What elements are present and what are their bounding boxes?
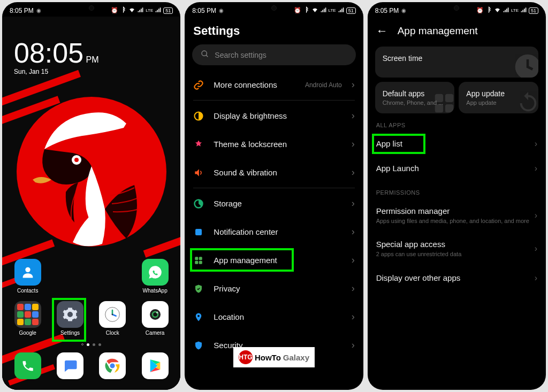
status-icons: ⏰ LTE 51 — [111, 6, 173, 14]
security-icon — [193, 340, 204, 351]
wifi-icon — [494, 6, 501, 14]
battery-indicator: 51 — [346, 7, 356, 14]
watermark-logo: HTG HowToGalaxy — [233, 347, 315, 367]
chevron-right-icon: › — [352, 167, 355, 178]
logo-badge: HTG — [239, 350, 253, 364]
item-storage[interactable]: Storage › — [185, 189, 363, 218]
card-screen-time[interactable]: Screen time — [375, 47, 538, 78]
camera-notch — [271, 5, 277, 11]
svg-point-23 — [197, 314, 200, 317]
chevron-right-icon: › — [352, 340, 355, 351]
chevron-right-icon: › — [535, 244, 537, 253]
item-more-connections[interactable]: More connections Android Auto › — [185, 71, 363, 99]
chevron-right-icon: › — [535, 273, 537, 283]
apps-bg-icon — [432, 91, 454, 113]
phone-icon — [14, 352, 41, 379]
theme-icon — [193, 139, 204, 150]
svg-point-2 — [25, 267, 30, 272]
svg-rect-19 — [195, 257, 199, 260]
svg-rect-28 — [445, 104, 453, 112]
svg-point-14 — [202, 51, 207, 56]
clock-date: Sun, Jan 15 — [14, 68, 99, 75]
clock-ampm: PM — [86, 55, 99, 64]
status-time: 8:05 PM — [192, 7, 216, 14]
search-placeholder: Search settings — [215, 51, 267, 59]
section-all-apps: ALL APPS — [368, 113, 546, 132]
item-special-access[interactable]: Special app access 2 apps can use unrest… — [368, 232, 546, 265]
search-input[interactable]: Search settings — [192, 44, 355, 65]
back-button[interactable]: ← — [376, 24, 388, 38]
status-time: 8:05 PM — [10, 7, 34, 14]
play-store-icon — [142, 352, 169, 379]
item-privacy[interactable]: Privacy › — [185, 274, 363, 303]
item-app-list[interactable]: App list › — [368, 132, 546, 156]
item-app-launch[interactable]: App Launch › — [368, 156, 546, 181]
wifi-icon — [128, 6, 135, 14]
clock-widget[interactable]: 08:05 PM Sun, Jan 15 — [14, 39, 99, 75]
item-sound[interactable]: Sound & vibration › — [185, 158, 363, 187]
camera-icon — [142, 301, 169, 328]
app-whatsapp[interactable]: WhatsApp — [136, 259, 174, 294]
battery-indicator: 51 — [529, 7, 538, 14]
wifi-icon — [311, 6, 318, 14]
svg-rect-21 — [195, 260, 199, 264]
alarm-icon: ⏰ — [476, 7, 484, 14]
search-icon — [201, 50, 209, 60]
chevron-right-icon: › — [352, 198, 355, 209]
chevron-right-icon: › — [352, 311, 355, 322]
settings-icon — [57, 301, 83, 328]
svg-point-10 — [156, 311, 158, 313]
clock-time: 08:05 — [14, 37, 83, 68]
status-icons: ⏰ LTE 51 — [294, 6, 356, 14]
card-app-update[interactable]: App update App update — [459, 82, 538, 113]
svg-rect-25 — [435, 94, 443, 102]
clock-icon — [99, 301, 126, 328]
bluetooth-icon — [485, 6, 492, 14]
svg-point-1 — [74, 158, 79, 162]
item-display-over-apps[interactable]: Display over other apps › — [368, 266, 546, 290]
home-screen-content[interactable]: 08:05 PM Sun, Jan 15 Contacts — [2, 17, 180, 390]
alarm-icon: ⏰ — [294, 7, 301, 14]
app-clock[interactable]: Clock — [93, 301, 132, 336]
item-display[interactable]: Display & brightness › — [185, 102, 363, 130]
app-folder-google[interactable]: Google — [9, 301, 47, 336]
svg-rect-22 — [199, 260, 202, 264]
svg-rect-26 — [445, 94, 453, 102]
section-permissions: PERMISSIONS — [368, 181, 546, 199]
phone-settings-screen: 8:05 PM ◉ ⏰ LTE 51 Settings Search setti… — [185, 2, 363, 390]
signal-icon-2 — [155, 6, 162, 14]
dock-messages[interactable] — [51, 352, 89, 381]
chevron-right-icon: › — [352, 110, 355, 121]
battery-indicator: 51 — [163, 7, 173, 14]
app-settings[interactable]: Settings — [51, 301, 89, 336]
item-location[interactable]: Location › — [185, 303, 363, 331]
app-contacts[interactable]: Contacts — [9, 259, 47, 294]
lte-icon: LTE — [511, 8, 519, 13]
messages-icon — [57, 352, 83, 379]
dock-play-store[interactable] — [136, 352, 174, 381]
svg-point-6 — [112, 314, 113, 316]
dock-chrome[interactable] — [93, 352, 132, 381]
item-theme[interactable]: Theme & lockscreen › — [185, 130, 363, 158]
chrome-icon — [99, 352, 126, 379]
card-grid: Screen time Default apps Chrome, Phone, … — [368, 47, 546, 113]
dock-phone[interactable] — [9, 352, 47, 381]
lte-icon: LTE — [146, 8, 153, 13]
settings-list: More connections Android Auto › Display … — [185, 71, 363, 390]
card-default-apps[interactable]: Default apps Chrome, Phone, and ... — [375, 82, 455, 113]
dock — [2, 352, 180, 381]
page-title: App management — [398, 25, 478, 37]
status-time: 8:05 PM — [375, 7, 399, 14]
privacy-icon — [193, 283, 204, 294]
sound-icon — [193, 167, 204, 178]
camera-notch — [454, 5, 459, 11]
item-app-management[interactable]: App management › — [185, 246, 363, 274]
app-camera[interactable]: Camera — [136, 301, 174, 336]
chevron-right-icon: › — [352, 283, 355, 294]
chevron-right-icon: › — [535, 139, 537, 149]
location-icon — [193, 312, 204, 322]
item-permission-manager[interactable]: Permission manager Apps using files and … — [368, 199, 546, 232]
signal-icon — [503, 6, 509, 14]
item-notification[interactable]: Notification center › — [185, 218, 363, 246]
link-icon — [193, 80, 204, 90]
